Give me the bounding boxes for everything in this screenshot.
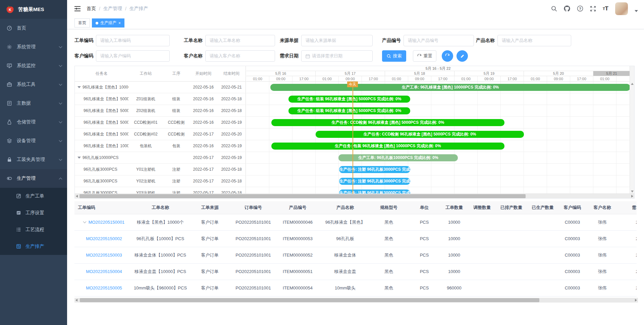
scroll-left-arrow-icon[interactable]: [76, 195, 78, 198]
gantt-bar[interactable]: 生产任务: 注塑 96孔孔板3000PCS 完成: [339, 178, 410, 185]
work-order-link[interactable]: MO202205150004: [86, 269, 122, 274]
gantt-task-row[interactable]: 96孔孔板3000PCS Y03注塑机注塑 2022-05-172022-05-…: [75, 187, 246, 194]
sidebar-fold-icon[interactable]: [74, 6, 80, 11]
main-area: 首页 / 生产管理 / 生产排产 ? TT 首页 生产排产 ×: [67, 0, 644, 325]
breadcrumb-production[interactable]: 生产管理: [103, 6, 122, 12]
help-icon[interactable]: ?: [577, 5, 583, 12]
sidebar-item-label: 设备管理: [17, 138, 59, 144]
row-expand-icon[interactable]: [83, 220, 86, 223]
gantt-task-row[interactable]: 96孔孔板3000PCS Y02注塑机注塑 2022-05-172022-05-…: [75, 175, 246, 187]
chevron-down-icon: [59, 139, 62, 142]
work-order-link[interactable]: MO202205150002: [86, 236, 122, 241]
sidebar-item-system-monitor[interactable]: 系统监控: [0, 56, 67, 75]
due-date-input[interactable]: 请选择需求日期: [301, 50, 373, 62]
sidebar-item-production-order[interactable]: 生产工单: [0, 188, 67, 205]
gantt-task-row[interactable]: 96孔移液盒【黑色】5000PCS Z02组装机组装 2022-05-16202…: [75, 105, 246, 117]
tab-label: 首页: [78, 20, 86, 26]
sidebar-item-label: 主数据: [17, 100, 59, 106]
font-size-icon[interactable]: TT: [603, 5, 608, 12]
table-row[interactable]: MO202205150003 移液盒盒体【10000】PCS客户订单PO2022…: [74, 247, 637, 263]
scroll-up-arrow-icon[interactable]: [631, 83, 634, 85]
gantt-bar[interactable]: 生产工单: 96孔移液盒 [黑色] 10000PCS 完成比例: 0%: [270, 84, 630, 91]
gantt-vertical-scrollbar[interactable]: [630, 66, 634, 194]
scroll-right-arrow-icon[interactable]: [635, 299, 637, 302]
gantt-task-row[interactable]: 96孔移液盒【黑色】5000PCS CCD检测#02CCD检测 2022-05-…: [75, 128, 246, 140]
gantt-bar-row: 生产任务: 注塑 96孔孔板3000PCS 完成: [246, 175, 630, 187]
github-icon[interactable]: [564, 5, 570, 12]
sidebar-item-production[interactable]: 生产管理: [0, 169, 67, 188]
gantt-bar[interactable]: 生产任务: 组装 96孔移液盒 [黑色] 5000PCS 完成比例: 0%: [288, 96, 410, 103]
product-code-input[interactable]: 请输入产品编号: [404, 35, 474, 46]
edit-button[interactable]: [457, 50, 468, 62]
sidebar-item-system-mgmt[interactable]: 系统管理: [0, 38, 67, 56]
tab-home[interactable]: 首页: [74, 18, 90, 28]
gantt-task-row[interactable]: 96孔移液盒【黑色】5000PCS CCD检测#01CCD检测 2022-05-…: [75, 117, 246, 128]
field-label: 客户编码: [74, 53, 93, 59]
collapse-caret-icon[interactable]: [77, 157, 81, 159]
sidebar-item-master-data[interactable]: 主数据: [0, 94, 67, 113]
sidebar-item-process-flow[interactable]: 工艺流程: [0, 221, 67, 238]
product-name-input[interactable]: 请输入产品名称: [497, 35, 571, 46]
gantt-task-table: 任务名 工作站 工序 开始时间 结束时间 96孔移液盒【黑色】10000PCS …: [75, 66, 246, 194]
table-row[interactable]: MO202205150002 96孔孔板【10000】PCS客户订单PO2022…: [74, 230, 637, 247]
top-bar: 首页 / 生产管理 / 生产排产 ? TT: [67, 0, 644, 17]
sidebar-item-equipment[interactable]: 设备管理: [0, 131, 67, 150]
gantt-horizontal-scrollbar[interactable]: [75, 194, 634, 198]
gantt-bar[interactable]: 生产任务: CCD检测 96孔移液盒 [黑色] 5000PCS 完成比例: 0%: [316, 131, 524, 138]
work-order-name-input[interactable]: 请输入工单名称: [205, 35, 275, 46]
avatar[interactable]: [615, 2, 628, 15]
day-cell-overflow: 5月 21: [593, 71, 630, 76]
table-row[interactable]: MO202205150005 10mm吸头【960000】PCS客户订单PO20…: [74, 280, 637, 296]
search-button[interactable]: 搜索: [382, 50, 406, 62]
sidebar-item-warehouse[interactable]: 仓储管理: [0, 113, 67, 131]
work-order-code-input[interactable]: 请输入工单编码: [96, 35, 170, 46]
app-logo[interactable]: K 苦糖果MES: [0, 0, 67, 19]
breadcrumb-home[interactable]: 首页: [87, 6, 96, 12]
refresh-icon: [445, 54, 450, 58]
filter-row-2: 客户编码 请输入客户编码 客户名称 请输入客户名称 需求日期 请选择需求日期 搜…: [74, 50, 644, 62]
hour-cell: 09:00: [408, 76, 431, 81]
tab-close-icon[interactable]: ×: [118, 21, 121, 25]
work-order-link[interactable]: MO202205150001: [89, 220, 125, 225]
sidebar-item-system-tools[interactable]: 系统工具: [0, 75, 67, 94]
hour-cell: 09:00: [478, 76, 501, 81]
tab-production-scheduling[interactable]: 生产排产 ×: [92, 18, 124, 28]
gantt-task-row[interactable]: 96孔孔板10000PCS 2022-05-172022-05-19: [75, 152, 246, 164]
gantt-task-row[interactable]: 96孔移液盒【黑色】10000PCS 包装机包装 2022-05-162022-…: [75, 140, 246, 152]
scroll-right-arrow-icon[interactable]: [631, 195, 633, 198]
sidebar-item-process-settings[interactable]: 工序设置: [0, 205, 67, 221]
breadcrumb: 首页 / 生产管理 / 生产排产: [87, 6, 148, 12]
fullscreen-icon[interactable]: [590, 6, 596, 12]
customer-code-input[interactable]: 请输入客户编码: [96, 50, 170, 62]
calendar-icon: [306, 54, 310, 58]
work-order-link[interactable]: MO202205150005: [86, 285, 122, 290]
gantt-bar[interactable]: 生产任务: CCD检测 96孔移液盒 [黑色] 5000PCS 完成比例: 0%: [271, 119, 505, 126]
gantt-bar[interactable]: 生产任务: 组装 96孔移液盒 [黑色] 5000PCS 完成比例: 0%: [288, 107, 410, 114]
search-icon[interactable]: [551, 6, 557, 12]
collapse-caret-icon[interactable]: [77, 86, 81, 88]
scrollbar-thumb[interactable]: [80, 298, 539, 302]
work-order-link[interactable]: MO202205150003: [86, 253, 122, 258]
gantt-task-row[interactable]: 96孔移液盒【黑色】10000PCS 2022-05-162022-05-21: [75, 82, 246, 93]
customer-name-input[interactable]: 请输入客户名称: [205, 50, 275, 62]
gantt-task-row[interactable]: 96孔孔板3000PCS Y01注塑机注塑 2022-05-172022-05-…: [75, 164, 246, 175]
scroll-down-arrow-icon[interactable]: [631, 191, 634, 193]
source-doc-input[interactable]: 请输入来源单据: [301, 35, 373, 46]
sidebar-item-home[interactable]: 首页: [0, 19, 67, 38]
sidebar-item-production-scheduling[interactable]: 生产排产: [0, 238, 67, 255]
scroll-left-arrow-icon[interactable]: [75, 299, 77, 302]
reset-button[interactable]: 重置: [413, 50, 436, 62]
refresh-gantt-button[interactable]: [442, 50, 453, 62]
user-menu-caret-icon[interactable]: [635, 10, 638, 12]
table-row[interactable]: MO202205150004 移液盒盒盖【10000】PCS客户订单PO2022…: [74, 263, 637, 280]
field-label: 来源单据: [280, 38, 299, 44]
gantt-bar[interactable]: 生产工单: 96孔孔板10000PCS 完成比例: 0%: [338, 154, 458, 161]
timeline-hours: 01:00 09:00 17:00 01:00 09:00 17:00 01:0…: [246, 76, 630, 82]
scrollbar-thumb[interactable]: [79, 194, 526, 198]
table-row[interactable]: MO202205150001 移液盒【黑色】10000个客户订单PO202205…: [74, 214, 637, 230]
gantt-task-row[interactable]: 96孔移液盒【黑色】5000PCS Z01组装机组装 2022-05-16202…: [75, 93, 246, 105]
sidebar-item-fixtures[interactable]: 工装夹具管理: [0, 150, 67, 169]
table-horizontal-scrollbar[interactable]: [74, 298, 638, 303]
gantt-bar[interactable]: 生产任务: 注塑 96孔孔板3000PCS 完成: [339, 166, 410, 173]
gantt-bar[interactable]: 生产任务: 包装 96孔移液盒 [黑色] 10000PCS 完成比例: 0%: [271, 143, 505, 150]
